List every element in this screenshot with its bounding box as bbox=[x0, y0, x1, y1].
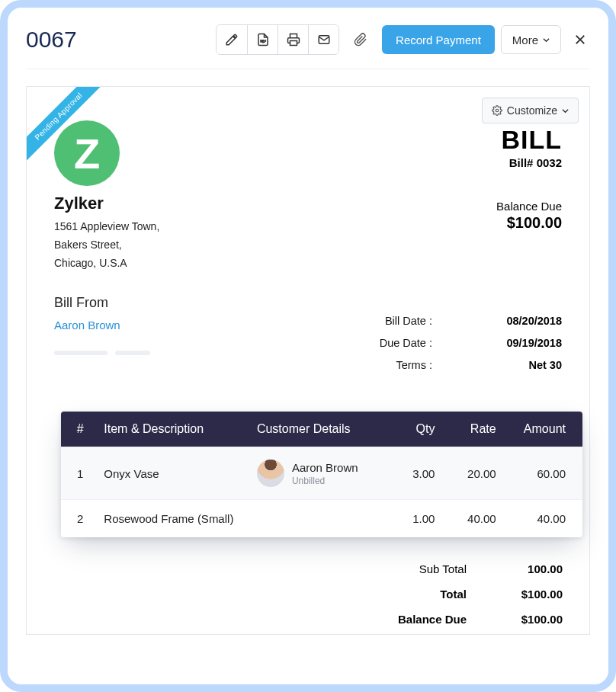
cell-customer bbox=[248, 500, 393, 538]
col-rate: Rate bbox=[444, 412, 505, 447]
col-customer: Customer Details bbox=[248, 412, 393, 447]
bill-title: BILL bbox=[496, 125, 562, 155]
items-table: # Item & Description Customer Details Qt… bbox=[61, 412, 582, 537]
bill-number: Bill# 0032 bbox=[496, 156, 562, 169]
caret-down-icon bbox=[543, 37, 550, 43]
cell-item: Onyx Vase bbox=[95, 447, 248, 500]
placeholder-lines bbox=[54, 351, 150, 355]
attach-button[interactable] bbox=[345, 25, 376, 54]
record-payment-button[interactable]: Record Payment bbox=[382, 25, 495, 54]
gear-icon bbox=[492, 105, 502, 116]
more-button[interactable]: More bbox=[501, 25, 561, 54]
cell-customer: Aaron Brown Unbilled bbox=[248, 447, 393, 500]
cell-num: 1 bbox=[61, 447, 95, 500]
svg-rect-0 bbox=[290, 41, 297, 46]
terms-label: Terms : bbox=[364, 354, 432, 376]
vendor-link[interactable]: Aaron Brown bbox=[54, 319, 120, 332]
close-button[interactable] bbox=[567, 30, 590, 50]
bill-heading: BILL Bill# 0032 Balance Due $100.00 bbox=[496, 120, 562, 272]
table-row[interactable]: 2 Rosewood Frame (Small) 1.00 40.00 40.0… bbox=[61, 500, 582, 538]
bill-from-block: Bill From Aaron Brown bbox=[54, 295, 150, 376]
due-date-value: 09/19/2018 bbox=[478, 332, 562, 354]
cell-qty: 1.00 bbox=[393, 500, 444, 538]
address-line: Bakers Street, bbox=[54, 236, 159, 255]
col-amount: Amount bbox=[505, 412, 582, 447]
cell-qty: 3.00 bbox=[393, 447, 444, 500]
bill-date-label: Bill Date : bbox=[364, 310, 432, 332]
customer-status: Unbilled bbox=[292, 476, 358, 486]
address-line: 1561 Appleview Town, bbox=[54, 218, 159, 236]
subtotal-label: Sub Total bbox=[375, 556, 467, 581]
close-icon bbox=[573, 33, 587, 46]
document-container: Pending Approval Customize Z Zylker 1561… bbox=[26, 69, 590, 635]
print-button[interactable] bbox=[278, 25, 308, 54]
customize-label: Customize bbox=[507, 104, 557, 117]
header-bar: 0067 bbox=[26, 21, 590, 69]
table-row[interactable]: 1 Onyx Vase Aaron Brown Unbilled 3.00 20… bbox=[61, 447, 582, 500]
col-number: # bbox=[61, 412, 95, 447]
col-qty: Qty bbox=[393, 412, 444, 447]
avatar bbox=[257, 460, 284, 487]
address-line: Chicago, U.S.A bbox=[54, 255, 159, 273]
balance-due-amount: $100.00 bbox=[496, 214, 562, 232]
subtotal-value: 100.00 bbox=[494, 556, 563, 581]
more-label: More bbox=[512, 34, 538, 46]
mail-button[interactable] bbox=[308, 25, 338, 54]
company-name: Zylker bbox=[54, 194, 159, 213]
company-logo: Z bbox=[54, 120, 120, 186]
total-value: $100.00 bbox=[494, 581, 563, 607]
cell-num: 2 bbox=[61, 500, 95, 538]
company-block: Z Zylker 1561 Appleview Town, Bakers Str… bbox=[54, 120, 159, 272]
terms-value: Net 30 bbox=[478, 354, 562, 376]
app-window: 0067 bbox=[0, 0, 616, 692]
col-item: Item & Description bbox=[95, 412, 248, 447]
bill-document: Pending Approval Customize Z Zylker 1561… bbox=[26, 86, 590, 635]
bill-from-heading: Bill From bbox=[54, 295, 150, 311]
action-icon-group bbox=[216, 24, 339, 55]
pdf-button[interactable] bbox=[247, 25, 278, 54]
pdf-icon bbox=[256, 33, 270, 46]
balance-due-label: Balance Due bbox=[375, 607, 467, 632]
page-title: 0067 bbox=[26, 27, 77, 53]
cell-rate: 20.00 bbox=[444, 447, 505, 500]
balance-due-value: $100.00 bbox=[494, 607, 563, 632]
cell-item: Rosewood Frame (Small) bbox=[95, 500, 248, 538]
svg-point-2 bbox=[496, 109, 499, 112]
mail-icon bbox=[317, 33, 331, 46]
customer-name: Aaron Brown bbox=[292, 461, 358, 474]
caret-down-icon bbox=[562, 107, 569, 114]
cell-amount: 40.00 bbox=[505, 500, 582, 538]
table-header-row: # Item & Description Customer Details Qt… bbox=[61, 412, 582, 447]
edit-button[interactable] bbox=[217, 25, 247, 54]
cell-amount: 60.00 bbox=[505, 447, 582, 500]
cell-rate: 40.00 bbox=[444, 500, 505, 538]
customize-button[interactable]: Customize bbox=[482, 98, 579, 123]
bill-dates: Bill Date : 08/20/2018 Due Date : 09/19/… bbox=[364, 295, 562, 376]
bill-date-value: 08/20/2018 bbox=[478, 310, 562, 332]
company-address: 1561 Appleview Town, Bakers Street, Chic… bbox=[54, 218, 159, 272]
due-date-label: Due Date : bbox=[364, 332, 432, 354]
totals-block: Sub Total 100.00 Total $100.00 Balance D… bbox=[375, 556, 563, 632]
balance-due-label: Balance Due bbox=[496, 200, 562, 213]
printer-icon bbox=[287, 33, 300, 46]
pencil-icon bbox=[225, 33, 239, 46]
paperclip-icon bbox=[354, 33, 367, 46]
total-label: Total bbox=[375, 581, 467, 607]
